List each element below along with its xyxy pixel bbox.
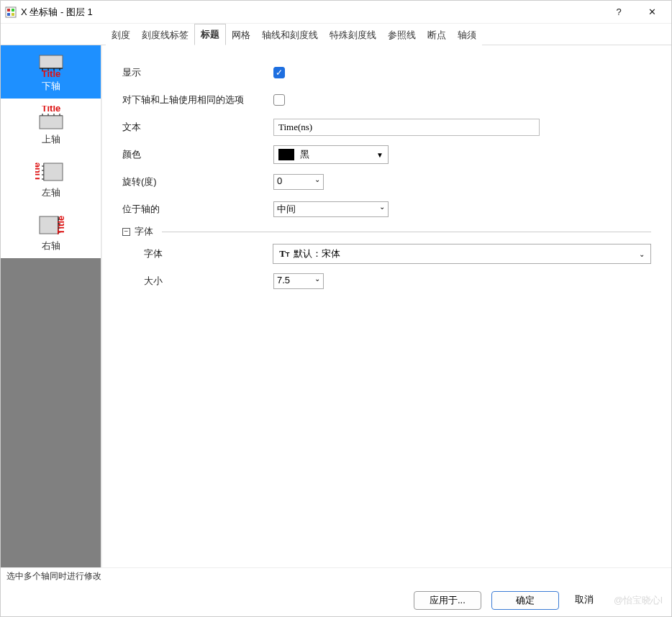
titlebar: X 坐标轴 - 图层 1 ? ✕ bbox=[1, 1, 671, 24]
footer-buttons: 应用于... 确定 取消 @怡宝晓心l bbox=[1, 585, 671, 616]
close-button[interactable]: ✕ bbox=[635, 1, 668, 24]
position-select[interactable]: 中间 ⌄ bbox=[273, 201, 389, 217]
position-value: 中间 bbox=[277, 204, 296, 214]
window-title: X 坐标轴 - 图层 1 bbox=[21, 6, 602, 19]
watermark: @怡宝晓心l bbox=[614, 594, 663, 607]
font-section-label: 字体 bbox=[135, 225, 153, 238]
apply-to-button[interactable]: 应用于... bbox=[414, 591, 481, 610]
rotate-value: 0 bbox=[277, 175, 282, 186]
sidebar-item-label: 右轴 bbox=[42, 239, 60, 252]
position-label: 位于轴的 bbox=[122, 203, 273, 216]
chevron-down-icon: ⌄ bbox=[639, 250, 645, 258]
question-icon: ? bbox=[616, 6, 621, 17]
tab-special-ticks[interactable]: 特殊刻度线 bbox=[324, 25, 382, 45]
color-value: 黑 bbox=[300, 148, 309, 161]
svg-rect-1 bbox=[7, 9, 10, 12]
chevron-down-icon: ⌄ bbox=[314, 275, 320, 283]
svg-text:Title: Title bbox=[55, 216, 66, 235]
tab-strip: 刻度 刻度线标签 标题 网格 轴线和刻度线 特殊刻度线 参照线 断点 轴须 bbox=[1, 24, 671, 45]
sidebar-filler bbox=[1, 258, 101, 567]
show-label: 显示 bbox=[122, 66, 273, 79]
tab-grid[interactable]: 网格 bbox=[226, 25, 256, 45]
sidebar-item-label: 下轴 bbox=[42, 80, 60, 93]
rotate-select[interactable]: 0 ⌄ bbox=[273, 174, 324, 190]
sidebar-item-right-axis[interactable]: Title 右轴 bbox=[1, 205, 101, 258]
font-section-header: − 字体 bbox=[122, 225, 651, 238]
chevron-down-icon: ⌄ bbox=[379, 203, 385, 211]
size-select[interactable]: 7.5 ⌄ bbox=[273, 273, 324, 289]
color-swatch bbox=[278, 149, 294, 160]
sidebar-item-label: 上轴 bbox=[42, 133, 60, 146]
help-button[interactable]: ? bbox=[602, 1, 635, 24]
sidebar-item-top-axis[interactable]: Title 上轴 bbox=[1, 99, 101, 152]
svg-rect-2 bbox=[12, 9, 14, 12]
tab-scale[interactable]: 刻度 bbox=[106, 25, 136, 45]
section-divider bbox=[162, 232, 651, 232]
main: Title 下轴 Title 上轴 Title 左轴 Title bbox=[1, 45, 671, 567]
svg-rect-4 bbox=[12, 13, 14, 16]
footer-hint: 选中多个轴同时进行修改 bbox=[1, 567, 671, 585]
svg-text:Title: Title bbox=[41, 68, 60, 78]
axis-left-icon: Title bbox=[34, 157, 68, 186]
svg-text:Title: Title bbox=[35, 163, 42, 182]
same-options-checkbox[interactable] bbox=[273, 94, 285, 106]
sidebar-item-label: 左轴 bbox=[42, 186, 60, 199]
show-checkbox[interactable] bbox=[273, 67, 285, 78]
svg-rect-25 bbox=[44, 163, 63, 180]
chevron-down-icon: ▼ bbox=[376, 151, 383, 159]
axis-right-icon: Title bbox=[34, 211, 68, 239]
same-options-label: 对下轴和上轴使用相同的选项 bbox=[122, 93, 273, 106]
tab-title[interactable]: 标题 bbox=[194, 24, 226, 45]
sidebar: Title 下轴 Title 上轴 Title 左轴 Title bbox=[1, 45, 101, 567]
size-label: 大小 bbox=[122, 275, 273, 288]
font-select[interactable]: TT 默认：宋体 ⌄ bbox=[273, 244, 651, 264]
sidebar-item-bottom-axis[interactable]: Title 下轴 bbox=[1, 45, 101, 99]
axis-bottom-icon: Title bbox=[34, 51, 68, 80]
size-value: 7.5 bbox=[277, 275, 290, 285]
close-icon: ✕ bbox=[648, 6, 656, 17]
chevron-down-icon: ⌄ bbox=[314, 175, 320, 183]
tab-axis-ticks[interactable]: 轴线和刻度线 bbox=[256, 25, 324, 45]
color-select[interactable]: 黑 ▼ bbox=[273, 145, 389, 164]
tab-breaks[interactable]: 断点 bbox=[422, 25, 452, 45]
axis-list: Title 下轴 Title 上轴 Title 左轴 Title bbox=[1, 45, 101, 258]
content-panel: 显示 对下轴和上轴使用相同的选项 文本 颜色 黑 ▼ 旋转(度) 0 ⌄ bbox=[101, 45, 671, 567]
tab-ref-lines[interactable]: 参照线 bbox=[382, 25, 422, 45]
text-label: 文本 bbox=[122, 121, 273, 134]
rotate-label: 旋转(度) bbox=[122, 175, 273, 188]
ok-button[interactable]: 确定 bbox=[491, 591, 559, 610]
app-icon bbox=[5, 6, 17, 18]
color-label: 颜色 bbox=[122, 148, 273, 161]
svg-text:Title: Title bbox=[41, 106, 60, 114]
font-label: 字体 bbox=[122, 247, 273, 260]
tab-tick-labels[interactable]: 刻度线标签 bbox=[136, 25, 194, 45]
font-icon: TT bbox=[279, 248, 289, 260]
svg-rect-3 bbox=[7, 13, 10, 16]
tab-rug[interactable]: 轴须 bbox=[452, 25, 482, 45]
title-text-input[interactable] bbox=[273, 119, 540, 136]
collapse-toggle[interactable]: − bbox=[122, 228, 130, 236]
axis-top-icon: Title bbox=[34, 104, 68, 133]
svg-rect-18 bbox=[40, 116, 63, 129]
cancel-button[interactable]: 取消 bbox=[569, 591, 599, 610]
sidebar-item-left-axis[interactable]: Title 左轴 bbox=[1, 152, 101, 205]
font-value: 默认：宋体 bbox=[294, 247, 340, 260]
svg-rect-5 bbox=[40, 55, 63, 68]
